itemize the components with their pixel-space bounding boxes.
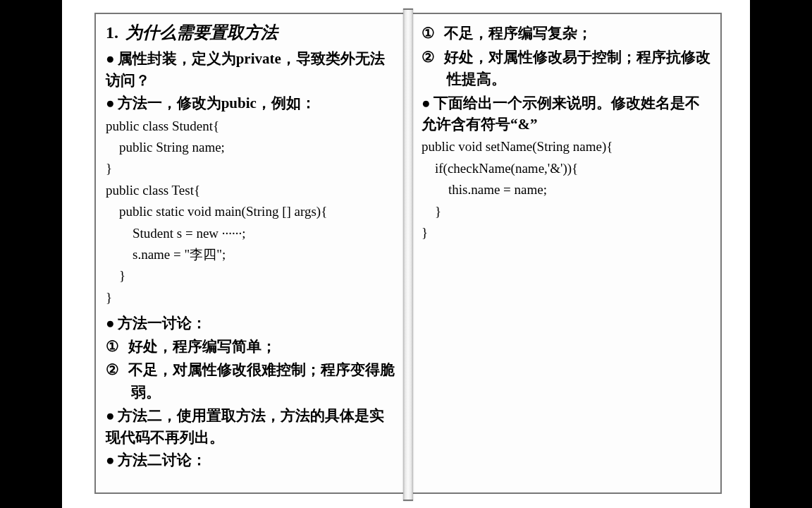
right-column: ①不足，程序编写复杂； ②好处，对属性修改易于控制；程序抗修改性提高。 ●下面给… — [410, 13, 722, 494]
circled-number-icon: ② — [106, 359, 128, 382]
section-heading: 1.为什么需要置取方法 — [106, 21, 395, 44]
circled-number-icon: ① — [422, 23, 444, 45]
code-block: public void setName(String name){ if(che… — [422, 136, 710, 243]
bullet-dot-icon: ● — [106, 315, 115, 332]
page-spine — [403, 8, 413, 501]
bullet-line: ●方法二，使用置取方法，方法的具体是实现代码不再列出。 — [106, 405, 395, 448]
numbered-text: 好处，程序编写简单； — [128, 338, 276, 355]
circled-number-icon: ② — [422, 47, 444, 69]
numbered-text: 不足，程序编写复杂； — [444, 25, 592, 42]
bullet-line: ●属性封装，定义为private，导致类外无法访问？ — [106, 48, 395, 91]
bullet-text: 方法一，修改为pubic，例如： — [118, 95, 316, 111]
circled-number-icon: ① — [106, 336, 128, 358]
bullet-text: 方法二，使用置取方法，方法的具体是实现代码不再列出。 — [106, 407, 384, 445]
numbered-line: ①不足，程序编写复杂； — [422, 23, 710, 45]
numbered-line: ②好处，对属性修改易于控制；程序抗修改性提高。 — [422, 47, 710, 91]
left-column: 1.为什么需要置取方法 ●属性封装，定义为private，导致类外无法访问？ ●… — [94, 13, 406, 494]
bullet-text: 属性封装，定义为private，导致类外无法访问？ — [106, 50, 385, 88]
bullet-dot-icon: ● — [106, 95, 115, 111]
numbered-line: ②不足，对属性修改很难控制；程序变得脆弱。 — [106, 359, 395, 404]
heading-text: 为什么需要置取方法 — [125, 23, 278, 42]
bullet-dot-icon: ● — [106, 50, 115, 67]
page-paper: 1.为什么需要置取方法 ●属性封装，定义为private，导致类外无法访问？ ●… — [62, 0, 750, 508]
stage: 1.为什么需要置取方法 ●属性封装，定义为private，导致类外无法访问？ ●… — [0, 0, 812, 508]
heading-number: 1. — [106, 23, 118, 42]
bullet-line: ●方法二讨论： — [106, 449, 395, 471]
bullet-line: ●方法一讨论： — [106, 313, 395, 334]
bullet-line: ●方法一，修改为pubic，例如： — [106, 92, 395, 114]
numbered-text: 好处，对属性修改易于控制；程序抗修改性提高。 — [444, 49, 710, 88]
code-block: public class Student{ public String name… — [106, 116, 395, 309]
bullet-dot-icon: ● — [106, 452, 115, 468]
bullet-text: 下面给出一个示例来说明。修改姓名是不允许含有符号“&” — [422, 95, 700, 133]
bullet-dot-icon: ● — [422, 95, 431, 111]
bullet-text: 方法一讨论： — [118, 315, 207, 332]
bullet-line: ●下面给出一个示例来说明。修改姓名是不允许含有符号“&” — [422, 92, 710, 135]
numbered-text: 不足，对属性修改很难控制；程序变得脆弱。 — [128, 361, 395, 401]
numbered-line: ①好处，程序编写简单； — [106, 336, 395, 358]
bullet-text: 方法二讨论： — [118, 452, 207, 468]
bullet-dot-icon: ● — [106, 407, 115, 424]
